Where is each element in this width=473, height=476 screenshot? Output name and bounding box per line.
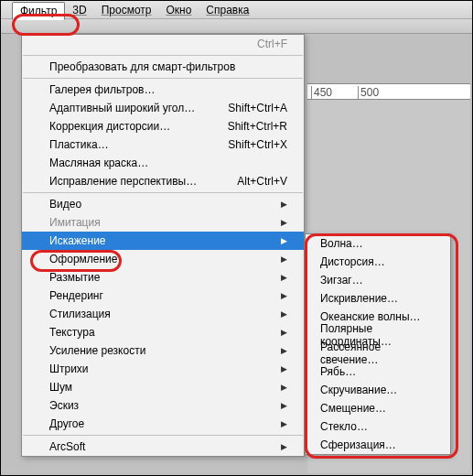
label: Штрихи (49, 362, 89, 375)
menu-lens-correction[interactable]: Коррекция дисторсии…Shift+Ctrl+R (22, 117, 304, 135)
label: Размытие (49, 271, 100, 284)
label: Сферизация… (320, 438, 396, 451)
menu-convert-smart[interactable]: Преобразовать для смарт-фильтров (22, 58, 304, 76)
label: Имитация (49, 216, 101, 229)
separator (23, 192, 303, 193)
menu-imitation[interactable]: Имитация▶ (22, 213, 304, 232)
menu-help[interactable]: Справка (199, 2, 256, 18)
shortcut: Shift+Ctrl+X (228, 138, 287, 151)
separator (23, 55, 303, 56)
ruler-horizontal: 450 500 (307, 83, 470, 100)
menu-blur[interactable]: Размытие▶ (22, 268, 304, 287)
label: Океанские волны… (320, 310, 421, 323)
label: Дисторсия… (320, 255, 385, 268)
distort-submenu: Волна… Дисторсия… Зигзаг… Искривление… О… (305, 233, 451, 455)
label: Масляная краска… (49, 157, 148, 169)
submenu-diffuse-glow[interactable]: Рассеянное свечение… (306, 344, 450, 362)
menu-strokes[interactable]: Штрихи▶ (22, 360, 304, 378)
menu-distort[interactable]: Искажение▶ (22, 232, 304, 250)
label: Стилизация (49, 308, 111, 320)
menu-bar: Фильтр 3D Просмотр Окно Справка (1, 1, 472, 19)
label: Зигзаг… (320, 274, 363, 287)
label: Оформление (49, 253, 117, 265)
shortcut: Shift+Ctrl+R (228, 120, 287, 133)
app-window: Фильтр 3D Просмотр Окно Справка 450 500 … (0, 0, 473, 476)
label: Шум (49, 381, 72, 394)
label: Исправление перспективы… (49, 175, 197, 188)
submenu-distortion[interactable]: Дисторсия… (306, 253, 450, 271)
chevron-right-icon: ▶ (281, 401, 287, 410)
menu-filter-gallery[interactable]: Галерея фильтров… (22, 81, 304, 99)
label: Стекло… (320, 420, 368, 433)
label: Рябь… (320, 365, 356, 378)
label: Пластика… (49, 138, 109, 151)
label: Рендеринг (49, 289, 103, 302)
label: ArcSoft (49, 440, 85, 453)
chevron-right-icon: ▶ (281, 218, 287, 227)
menu-video[interactable]: Видео▶ (22, 195, 304, 213)
menu-sharpen[interactable]: Усиление резкости▶ (22, 341, 304, 360)
chevron-right-icon: ▶ (281, 419, 287, 428)
ruler-tick: 500 (358, 86, 379, 99)
submenu-wave[interactable]: Волна… (306, 234, 450, 253)
separator (23, 435, 303, 436)
menu-other[interactable]: Другое▶ (22, 415, 304, 433)
label: Адаптивный широкий угол… (49, 102, 195, 114)
menu-pixelate[interactable]: Оформление▶ (22, 250, 304, 268)
label: Искривление… (320, 292, 398, 305)
menu-window[interactable]: Окно (158, 2, 199, 18)
menu-sketch[interactable]: Эскиз▶ (22, 396, 304, 415)
menu-vanishing-point[interactable]: Исправление перспективы…Alt+Ctrl+V (22, 172, 304, 190)
submenu-zigzag[interactable]: Зигзаг… (306, 271, 450, 289)
chevron-right-icon: ▶ (281, 236, 287, 245)
chevron-right-icon: ▶ (281, 254, 287, 264)
chevron-right-icon: ▶ (281, 291, 287, 300)
ruler-tick: 450 (311, 86, 332, 99)
chevron-right-icon: ▶ (281, 364, 287, 373)
label: Рассеянное свечение… (320, 341, 439, 366)
separator (23, 78, 303, 79)
shortcut: Alt+Ctrl+V (237, 175, 287, 188)
submenu-displace[interactable]: Смещение… (306, 399, 450, 417)
label: Эскиз (49, 399, 79, 412)
menu-last-filter-shortcut: Ctrl+F (257, 38, 287, 50)
menu-noise[interactable]: Шум▶ (22, 378, 304, 396)
menu-stylize[interactable]: Стилизация▶ (22, 305, 304, 323)
shortcut: Shift+Ctrl+A (228, 102, 287, 114)
menu-arcsoft[interactable]: ArcSoft▶ (22, 438, 304, 456)
menu-liquify[interactable]: Пластика…Shift+Ctrl+X (22, 135, 304, 154)
menu-render[interactable]: Рендеринг▶ (22, 287, 304, 305)
label: Скручивание… (320, 384, 397, 396)
submenu-twirl[interactable]: Скручивание… (306, 381, 450, 399)
menu-oil-paint[interactable]: Масляная краска… (22, 154, 304, 172)
chevron-right-icon: ▶ (281, 383, 287, 392)
label: Волна… (320, 237, 363, 250)
label: Видео (49, 198, 81, 211)
filter-dropdown: Ctrl+F Преобразовать для смарт-фильтров … (21, 34, 305, 457)
menu-adaptive-wide[interactable]: Адаптивный широкий угол…Shift+Ctrl+A (22, 99, 304, 117)
label: Текстура (49, 326, 95, 339)
chevron-right-icon: ▶ (281, 328, 287, 337)
label: Другое (49, 417, 84, 430)
label: Усиление резкости (49, 344, 145, 357)
label: Смещение… (320, 402, 386, 415)
menu-view[interactable]: Просмотр (94, 2, 159, 18)
submenu-glass[interactable]: Стекло… (306, 417, 450, 436)
chevron-right-icon: ▶ (281, 442, 287, 451)
submenu-spherize[interactable]: Сферизация… (306, 436, 450, 454)
menu-filter[interactable]: Фильтр (12, 2, 65, 20)
chevron-right-icon: ▶ (281, 273, 287, 282)
chevron-right-icon: ▶ (281, 346, 287, 355)
menu-last-filter: Ctrl+F (22, 35, 304, 53)
chevron-right-icon: ▶ (281, 200, 287, 209)
label: Преобразовать для смарт-фильтров (49, 60, 235, 73)
label: Коррекция дисторсии… (49, 120, 170, 133)
options-bar (1, 19, 472, 34)
menu-texture[interactable]: Текстура▶ (22, 323, 304, 341)
label: Искажение (49, 234, 106, 247)
menu-3d[interactable]: 3D (65, 2, 93, 18)
chevron-right-icon: ▶ (281, 309, 287, 319)
submenu-shear[interactable]: Искривление… (306, 289, 450, 308)
label: Галерея фильтров… (49, 83, 155, 96)
